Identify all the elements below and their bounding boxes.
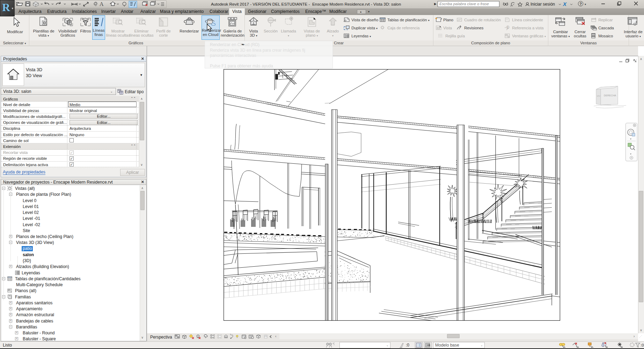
svg-text:X: X bbox=[563, 1, 567, 7]
svg-text:1: 1 bbox=[507, 26, 508, 29]
svg-text:1: 1 bbox=[95, 3, 96, 5]
svg-text:Iniciar sesión: Iniciar sesión bbox=[530, 2, 555, 7]
svg-text:DERECHA: DERECHA bbox=[604, 94, 616, 97]
svg-text:A: A bbox=[100, 1, 104, 7]
svg-text:IZV.: IZV. bbox=[597, 95, 601, 97]
